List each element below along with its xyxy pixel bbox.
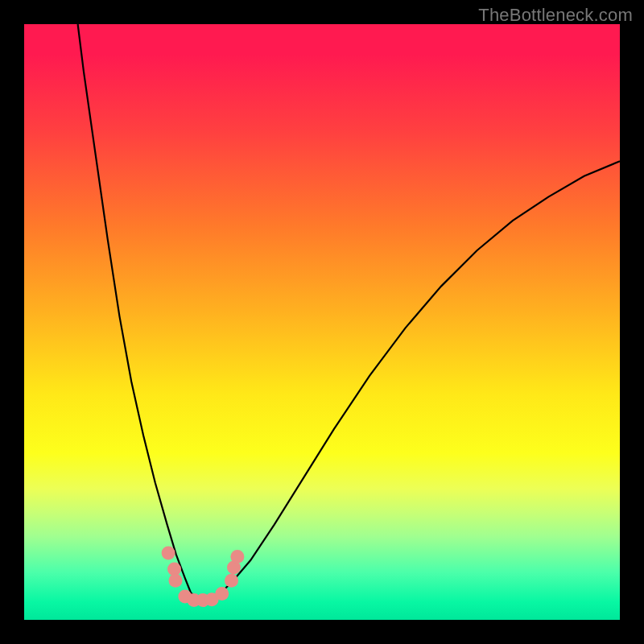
bottleneck-curve: [78, 24, 620, 599]
marker-dots: [162, 547, 245, 608]
marker-dot: [169, 574, 183, 588]
marker-dot: [230, 550, 244, 564]
marker-dot: [215, 587, 229, 601]
chart-frame: TheBottleneck.com: [0, 0, 644, 644]
marker-dot: [162, 547, 175, 560]
chart-svg: [24, 24, 620, 620]
plot-area: [24, 24, 620, 620]
marker-dot: [225, 574, 238, 588]
watermark-text: TheBottleneck.com: [478, 5, 633, 26]
